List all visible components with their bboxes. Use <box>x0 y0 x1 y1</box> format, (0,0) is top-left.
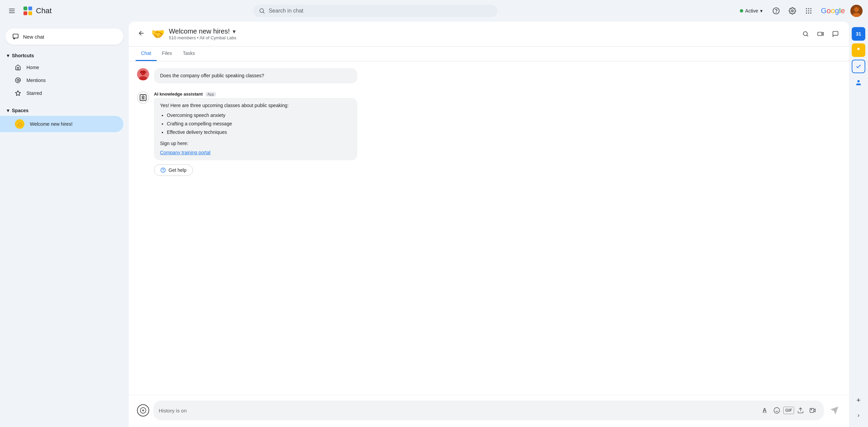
chat-logo-icon <box>22 5 33 16</box>
header-search-button[interactable] <box>799 27 812 41</box>
help-button[interactable] <box>769 4 783 18</box>
upload-button[interactable] <box>795 405 806 416</box>
chat-header: 🤝 Welcome new hires! ▾ 510 members • All… <box>129 22 849 46</box>
emoji-button[interactable] <box>771 405 783 416</box>
bot-intro-text: Yes! Here are three upcoming classes abo… <box>160 102 351 109</box>
bot-message-bubble: Yes! Here are three upcoming classes abo… <box>154 98 357 160</box>
header-chat-button[interactable] <box>829 27 842 41</box>
spaces-label: Spaces <box>12 108 28 113</box>
app-title: Chat <box>36 6 52 15</box>
chat-title-text: Welcome new hires! <box>169 27 230 35</box>
sidebar: New chat ▾ Shortcuts Home Mentions <box>0 22 129 427</box>
get-help-button[interactable]: Get help <box>154 164 193 176</box>
chat-tabs: Chat Files Tasks <box>129 46 849 61</box>
mentions-label: Mentions <box>26 78 46 83</box>
video-message-button[interactable] <box>807 405 818 416</box>
bot-message-row: AI knowledge assistant App Yes! Here are… <box>137 92 841 176</box>
svg-rect-45 <box>857 48 860 50</box>
expand-button[interactable]: › <box>857 409 860 422</box>
starred-icon <box>15 90 21 96</box>
svg-point-11 <box>791 10 793 12</box>
add-attachment-button[interactable] <box>137 404 149 416</box>
chat-subtitle: 510 members • All of Cymbal Labs <box>169 35 795 40</box>
keep-app-button[interactable] <box>852 43 865 57</box>
org-name: All of Cymbal Labs <box>200 35 236 40</box>
space-emoji: 🤝 <box>15 119 24 129</box>
calendar-app-button[interactable]: 31 <box>852 27 865 41</box>
app-logo: Chat <box>22 5 52 16</box>
user-message-bubble: Does the company offer public speaking c… <box>154 68 357 83</box>
format-text-button[interactable]: A <box>759 405 770 416</box>
list-item: Overcoming speech anxiety <box>167 112 351 119</box>
mentions-icon <box>15 77 21 83</box>
search-icon <box>259 7 265 14</box>
starred-label: Starred <box>26 90 42 96</box>
new-chat-label: New chat <box>23 34 44 40</box>
settings-button[interactable] <box>786 4 799 18</box>
add-icon: + <box>856 396 861 405</box>
svg-rect-4 <box>23 6 27 10</box>
sign-up-text: Sign up here: <box>160 140 351 147</box>
chat-title: Welcome new hires! ▾ <box>169 27 795 35</box>
status-label: Active <box>745 8 758 14</box>
gif-label: GIF <box>785 408 792 413</box>
send-button[interactable] <box>828 404 841 417</box>
spaces-header[interactable]: ▾ Spaces <box>0 105 129 116</box>
gif-button[interactable]: GIF <box>783 407 794 414</box>
svg-point-44 <box>811 409 812 410</box>
user-avatar[interactable] <box>850 5 863 17</box>
tab-files[interactable]: Files <box>157 46 178 61</box>
hamburger-menu-button[interactable] <box>5 4 18 17</box>
tasks-app-button[interactable] <box>852 60 865 73</box>
sidebar-item-welcome-new-hires[interactable]: 🤝 Welcome new hires! <box>0 116 123 132</box>
main-layout: New chat ▾ Shortcuts Home Mentions <box>0 22 868 427</box>
grid-apps-button[interactable] <box>802 4 815 18</box>
svg-point-27 <box>803 32 807 36</box>
sidebar-item-mentions[interactable]: Mentions <box>0 74 123 87</box>
training-portal-link[interactable]: Company training portal <box>160 150 211 155</box>
svg-rect-6 <box>23 12 27 15</box>
people-app-button[interactable] <box>852 76 865 89</box>
svg-point-39 <box>774 408 780 413</box>
svg-point-20 <box>810 13 812 14</box>
tab-chat[interactable]: Chat <box>136 46 157 61</box>
spaces-section: ▾ Spaces 🤝 Welcome new hires! <box>0 102 129 135</box>
list-item: Crafting a compelling message <box>167 120 351 127</box>
header-video-button[interactable] <box>814 27 827 41</box>
svg-point-8 <box>260 9 263 13</box>
svg-point-19 <box>808 13 809 14</box>
chat-header-actions <box>799 27 842 41</box>
tab-tasks[interactable]: Tasks <box>177 46 200 61</box>
title-chevron-icon[interactable]: ▾ <box>233 28 236 35</box>
bot-list: Overcoming speech anxiety Crafting a com… <box>160 112 351 136</box>
search-input[interactable] <box>269 8 492 14</box>
svg-point-22 <box>854 7 859 12</box>
sidebar-item-starred[interactable]: Starred <box>0 87 123 100</box>
calendar-label: 31 <box>856 31 861 37</box>
top-bar-right: Active ▾ Google <box>736 4 863 18</box>
svg-rect-24 <box>13 34 18 38</box>
home-label: Home <box>26 65 39 70</box>
status-chevron: ▾ <box>760 8 763 14</box>
status-dot <box>740 9 743 13</box>
get-help-label: Get help <box>169 167 186 173</box>
input-area: A GIF <box>129 395 849 427</box>
svg-point-12 <box>806 8 807 9</box>
status-pill[interactable]: Active ▾ <box>736 6 767 16</box>
message-input[interactable] <box>159 408 756 413</box>
bot-message-content: AI knowledge assistant App Yes! Here are… <box>154 92 841 176</box>
add-app-button[interactable]: + <box>852 394 865 406</box>
message-input-box: A GIF <box>153 401 824 420</box>
svg-point-10 <box>776 12 776 13</box>
user-message-avatar <box>137 68 149 80</box>
new-chat-button[interactable]: New chat <box>5 28 123 45</box>
spaces-chevron: ▾ <box>7 108 9 113</box>
messages-area: Does the company offer public speaking c… <box>129 61 849 395</box>
bot-sender: AI knowledge assistant App <box>154 92 841 97</box>
shortcuts-header[interactable]: ▾ Shortcuts <box>0 50 129 61</box>
svg-point-16 <box>808 10 809 12</box>
bot-sender-name: AI knowledge assistant <box>154 92 203 97</box>
right-sidebar: 31 + › <box>849 22 868 427</box>
back-button[interactable] <box>136 27 147 41</box>
sidebar-item-home[interactable]: Home <box>0 61 123 74</box>
